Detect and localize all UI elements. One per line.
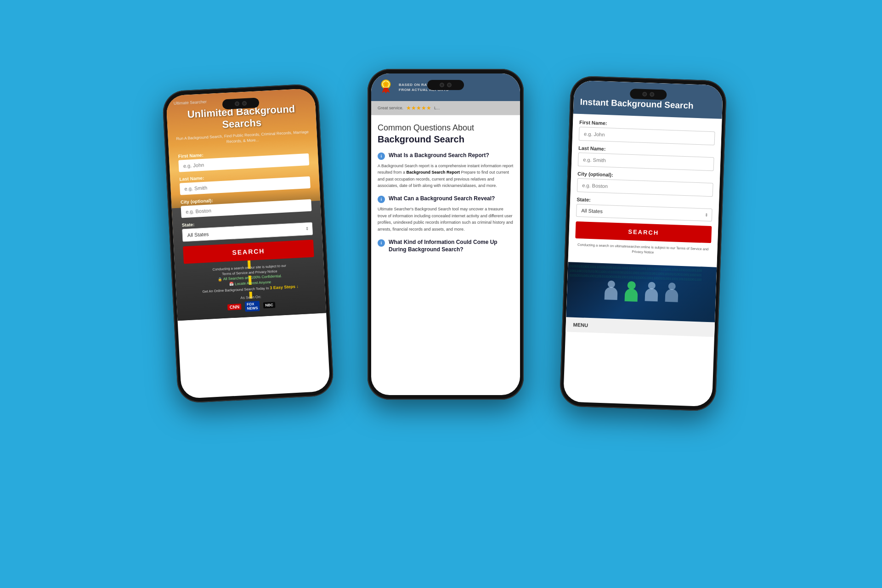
matrix-bg: 0101010100110011010101001010110011010101… bbox=[566, 262, 717, 322]
faq-icon-3: i bbox=[378, 239, 385, 247]
lock-icon: 🔒 bbox=[218, 277, 223, 282]
right-state-select-wrapper: All States ⇕ bbox=[576, 204, 712, 221]
phone-left-notch bbox=[222, 97, 260, 109]
faq-item-3: i What Kind of Information Could Come Up… bbox=[378, 239, 514, 253]
faq-a-text-1: A Background Search report is a comprehe… bbox=[378, 163, 514, 189]
phone-middle: BASED ON RATINGS FROM ACTUAL REPORTS Gre… bbox=[368, 69, 524, 400]
phone-right-notch bbox=[630, 89, 667, 100]
rating-label: Great service. bbox=[378, 106, 403, 110]
faq-q-3: i What Kind of Information Could Come Up… bbox=[378, 239, 514, 253]
faq-icon-1: i bbox=[378, 153, 385, 160]
faq-main-title-bold: Background Search bbox=[378, 134, 464, 144]
faq-icon-2: i bbox=[378, 196, 385, 203]
right-search-button[interactable]: SEARCH bbox=[575, 221, 712, 243]
menu-label: MENU bbox=[573, 322, 588, 328]
calendar-icon: 📅 bbox=[229, 282, 235, 287]
faq-main-title: Common Questions About Background Search bbox=[378, 123, 514, 146]
right-disclaimer: Conducting a search on ultimatesearcher.… bbox=[575, 242, 711, 257]
phone-left: Ultimate Searcher Unlimited Background S… bbox=[162, 84, 334, 404]
phone-middle-screen: BASED ON RATINGS FROM ACTUAL REPORTS Gre… bbox=[371, 74, 520, 395]
phone-right: Instant Background Search First Name: La… bbox=[560, 75, 727, 411]
phones-container: Ultimate Searcher Unlimited Background S… bbox=[142, 41, 740, 547]
right-state-select[interactable]: All States bbox=[576, 204, 712, 221]
right-screen-content: Instant Background Search First Name: La… bbox=[565, 80, 723, 337]
camera-right-r bbox=[650, 92, 654, 96]
fox-logo: FOXNEWS bbox=[245, 300, 260, 311]
phone-left-screen: Ultimate Searcher Unlimited Background S… bbox=[166, 88, 330, 399]
camera-left-m bbox=[440, 83, 444, 87]
left-content: Ultimate Searcher Unlimited Background S… bbox=[166, 88, 326, 321]
rating-extra: L... bbox=[434, 106, 440, 110]
award-icon bbox=[378, 79, 394, 96]
nbc-logo: NBC bbox=[263, 302, 275, 308]
phone-middle-notch bbox=[427, 80, 464, 90]
faq-item-2: i What Can a Background Search Reveal? U… bbox=[378, 195, 514, 232]
faq-content: Common Questions About Background Search… bbox=[371, 115, 520, 263]
phone-right-screen: Instant Background Search First Name: La… bbox=[563, 80, 723, 407]
faq-a-text-2: Ultimate Searcher's Background Search to… bbox=[378, 206, 514, 232]
camera-left bbox=[235, 102, 240, 107]
middle-screen-content: BASED ON RATINGS FROM ACTUAL REPORTS Gre… bbox=[371, 74, 520, 263]
rating-bar: Great service. ★★★★★ L... bbox=[371, 101, 520, 115]
left-screen-bg: Ultimate Searcher Unlimited Background S… bbox=[166, 88, 326, 321]
left-form: First Name: Last Name: City (optional): … bbox=[176, 147, 317, 268]
footer-steps: 3 Easy Steps ↓ bbox=[270, 284, 299, 290]
cnn-logo: CNN bbox=[227, 304, 241, 311]
faq-q-text-3: What Kind of Information Could Come Up D… bbox=[389, 239, 514, 253]
camera-right-m bbox=[447, 83, 452, 87]
search-button[interactable]: SEARCH bbox=[183, 239, 314, 264]
right-city-input[interactable] bbox=[577, 178, 713, 197]
right-last-name-input[interactable] bbox=[578, 153, 714, 171]
right-form: First Name: Last Name: City (optional): … bbox=[568, 113, 722, 267]
faq-q-text-1: What Is a Background Search Report? bbox=[389, 152, 489, 159]
right-first-name-input[interactable] bbox=[579, 127, 715, 145]
camera-right bbox=[242, 101, 247, 106]
faq-q-1: i What Is a Background Search Report? bbox=[378, 152, 514, 160]
faq-q-2: i What Can a Background Search Reveal? bbox=[378, 195, 514, 203]
right-header: Instant Background Search bbox=[573, 80, 723, 119]
right-image: 0101010100110011010101001010110011010101… bbox=[566, 262, 717, 322]
faq-item-1: i What Is a Background Search Report? A … bbox=[378, 152, 514, 189]
stars: ★★★★★ bbox=[406, 105, 431, 111]
camera-left-r bbox=[642, 92, 647, 96]
faq-q-text-2: What Can a Background Search Reveal? bbox=[389, 195, 495, 203]
